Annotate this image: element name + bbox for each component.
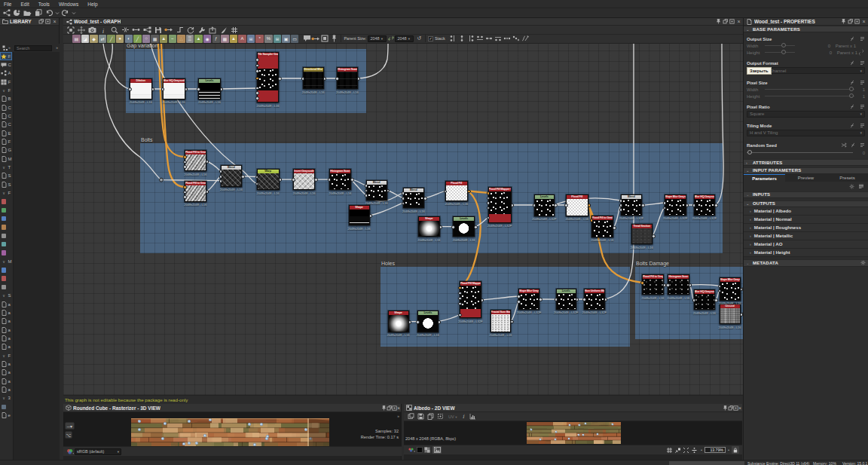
tab-parameters[interactable]: Parameters [744, 174, 785, 182]
colorspace-select[interactable]: sRGB (default)▾ [75, 448, 121, 455]
node-blend-23[interactable]: Blend [621, 194, 643, 216]
section-base-parameters[interactable]: ⌄BASE PARAMETERS [744, 26, 868, 32]
maximize-panel-icon[interactable] [392, 405, 397, 411]
info-icon[interactable]: i [99, 26, 109, 34]
node-warp-10[interactable]: Warp [257, 169, 280, 191]
node-histogram-scan-35[interactable]: Histogram Scan [668, 274, 689, 295]
caret-icon[interactable] [71, 9, 76, 17]
node-flood-fill-16[interactable]: Flood Fill [445, 181, 469, 201]
library-tree-item-7[interactable]: C [0, 112, 12, 120]
node-flood-fill-to-gradient-22[interactable]: Flood Fill to Gradient [591, 216, 614, 237]
library-tree-item-33[interactable]: a [0, 334, 12, 342]
node-invert-grayscale-11[interactable]: Invert Grayscale [293, 169, 315, 191]
node-slope-blur-grayscale-37[interactable]: Slope Blur Grayscale [720, 277, 741, 301]
output-connector[interactable] [185, 87, 188, 91]
palette-svg[interactable]: ◪ [81, 35, 90, 43]
node-flood-fill-to-grayscale-34[interactable]: Flood Fill to Grayscale [642, 274, 664, 295]
library-tree-item-41[interactable] [0, 402, 12, 411]
node-levels-32[interactable]: Levels [556, 289, 576, 310]
view3d-tool-button2[interactable]: ⌥ [65, 431, 72, 439]
node-blend-9[interactable]: Blend [221, 165, 243, 187]
output-connector[interactable] [220, 87, 224, 91]
comment-icon[interactable] [302, 35, 311, 42]
input-connector[interactable] [292, 178, 295, 182]
background-checker-icon[interactable] [423, 447, 431, 453]
node-flood-fill-mapper-grayscale-19[interactable]: Flood Fill Mapper Grayscale [488, 187, 512, 223]
input-connector[interactable] [451, 225, 455, 229]
graph-icon[interactable] [2, 9, 11, 17]
background-black-icon[interactable] [416, 447, 423, 453]
palette-levels[interactable]: ▦ [151, 35, 159, 43]
output-connector[interactable] [279, 178, 283, 182]
output-connector[interactable] [714, 203, 718, 207]
view3d-viewport[interactable]: » ─▾ ⌥ Samples: 32 Render Time: 0.17 s [63, 412, 402, 446]
library-tree-item-5[interactable]: B [0, 95, 12, 103]
output-connector[interactable] [689, 283, 692, 287]
input-connector[interactable] [582, 298, 586, 301]
input-connector[interactable] [128, 87, 132, 91]
output-connector[interactable] [510, 320, 514, 324]
section-inputs[interactable]: ⌄INPUTS [744, 191, 868, 198]
pin-panel-icon[interactable] [840, 18, 847, 25]
width-slider[interactable] [765, 45, 795, 46]
library-tree-item-2[interactable]: A [0, 69, 12, 78]
zoom-lock-button[interactable] [732, 446, 739, 454]
pin-panel-icon[interactable] [715, 18, 722, 25]
output-connector[interactable] [151, 87, 155, 91]
function-icon[interactable] [849, 36, 855, 42]
menu-icon[interactable] [859, 104, 865, 110]
palette-directional-warp[interactable]: ▲ [194, 35, 203, 43]
palette-sharpen[interactable]: ▲ [160, 35, 168, 43]
palette-grid3[interactable]: ⊞ [274, 35, 282, 43]
library-tree-item-18[interactable] [0, 206, 12, 214]
node-blur-hq-grayscale-2[interactable]: Blur HQ Grayscale [163, 78, 185, 99]
linked-size-select[interactable]: 2048▾ [395, 35, 414, 43]
palette-splat2[interactable]: * [255, 35, 264, 43]
output-material-normal[interactable]: ›Material | Normal [744, 216, 868, 224]
output-connector[interactable] [314, 178, 318, 182]
node-histogram-scan-12[interactable]: Histogram Scan [329, 169, 352, 191]
redo-icon[interactable] [60, 9, 70, 17]
library-tree-item-28[interactable]: ∨S [0, 292, 12, 300]
library-tree-item-27[interactable] [0, 283, 12, 291]
node-dilation-1[interactable]: Dilation [130, 78, 152, 99]
node-flood-fill-21[interactable]: Flood Fill [566, 194, 588, 216]
output-connector[interactable] [613, 226, 616, 230]
float-panel-icon[interactable] [728, 405, 733, 411]
tab-presets[interactable]: Presets [827, 174, 868, 182]
pixel-height-value[interactable]: 1 [854, 94, 865, 99]
loop-icon[interactable] [186, 26, 197, 34]
library-tree-item-22[interactable] [0, 240, 12, 249]
palette-blend[interactable]: ◐ [125, 35, 133, 43]
zoom-divide-icon[interactable] [690, 447, 698, 454]
shuffle-icon[interactable] [841, 142, 847, 148]
maximize-panel-icon[interactable] [854, 18, 860, 25]
pixel-width-slider[interactable] [765, 89, 854, 90]
node-directional-blur-5[interactable]: Directional Blur [303, 67, 324, 89]
output-connector[interactable] [206, 190, 209, 194]
float-panel-icon[interactable] [387, 405, 392, 411]
palette-warn[interactable]: ▲ [230, 35, 238, 43]
library-tree-item-0[interactable]: F [0, 52, 12, 60]
output-connector[interactable] [369, 214, 373, 218]
input-connector[interactable] [666, 283, 670, 287]
input-connector[interactable] [255, 96, 259, 100]
menu-edit[interactable]: Edit [20, 2, 29, 7]
menu-icon[interactable] [859, 80, 865, 86]
library-tree-item-42[interactable]: e [0, 411, 12, 419]
palette-blur[interactable]: ▒ [186, 35, 194, 43]
close-panel-icon[interactable]: × [860, 18, 867, 25]
palette-bitmap[interactable]: ▤ [72, 35, 81, 43]
input-connector[interactable] [517, 295, 521, 298]
section-metadata[interactable]: ⌄METADATA [744, 259, 868, 267]
colorspace-icon[interactable] [66, 448, 75, 455]
output-connector[interactable] [206, 160, 209, 164]
menu-windows[interactable]: Windows [59, 2, 78, 7]
frame-icon[interactable] [66, 26, 76, 34]
output-material-metallic[interactable]: ›Material | Metallic [744, 232, 868, 240]
link-icon[interactable] [131, 26, 142, 34]
zoom-icon[interactable] [109, 26, 120, 34]
output-connector[interactable] [511, 203, 515, 207]
output-connector[interactable] [652, 234, 656, 238]
node-blend-13[interactable]: Blend [366, 180, 387, 200]
